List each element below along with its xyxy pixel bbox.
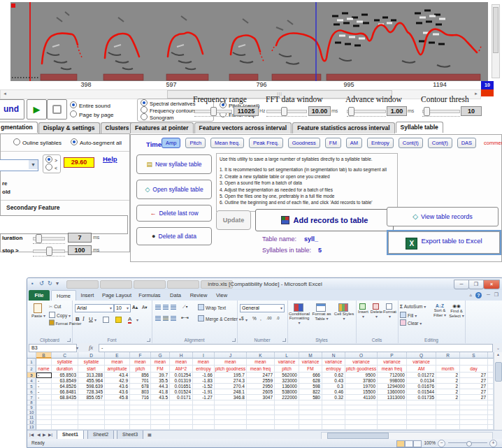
grid-cell[interactable] <box>193 425 215 430</box>
grid-cell[interactable] <box>105 420 130 425</box>
grid-cell[interactable]: 63.8549 <box>52 378 78 384</box>
conditional-formatting-button[interactable]: Conditional Formatting ▾ <box>288 303 310 325</box>
grid-cell[interactable] <box>488 415 494 420</box>
grid-cell[interactable]: 0.01254 <box>170 373 193 378</box>
slider-thumb[interactable] <box>36 234 42 243</box>
tab-view[interactable]: View <box>212 290 231 301</box>
scrollbar-thumb[interactable] <box>493 7 499 53</box>
bold-button[interactable]: B <box>76 316 80 322</box>
slider-thumb[interactable] <box>348 107 354 116</box>
row-header[interactable]: 8 <box>27 400 36 405</box>
grid-cell[interactable]: FM <box>299 366 322 373</box>
grid-cell[interactable] <box>488 389 494 395</box>
font-color-icon[interactable]: A <box>128 316 131 324</box>
grid-cell[interactable]: 0.01735 <box>407 395 436 400</box>
grid-cell[interactable]: 2 <box>436 389 460 395</box>
currency-icon[interactable]: $ <box>241 316 244 321</box>
minimize-icon[interactable]: ─ <box>454 280 469 289</box>
grid-cell[interactable] <box>170 420 193 425</box>
increase-decimal-icon[interactable]: .00 <box>266 316 272 320</box>
grid-cell[interactable]: 195.7 <box>215 373 247 378</box>
open-sound-button[interactable]: und <box>0 99 24 120</box>
grid-cell[interactable] <box>407 410 436 415</box>
view-table-records-button[interactable]: ◇View table records <box>387 207 499 226</box>
next-sheet-icon[interactable]: ▶ <box>43 432 46 437</box>
grid-cell[interactable] <box>78 420 105 425</box>
grid-cell[interactable] <box>130 410 151 415</box>
grid-cell[interactable] <box>170 405 193 410</box>
grid-cell[interactable] <box>299 415 322 420</box>
feature-button-fm[interactable]: FM <box>325 138 341 148</box>
scrollbar-thumb[interactable] <box>327 433 389 439</box>
font-size-select[interactable]: 10 ▾ <box>114 304 131 312</box>
grid-cell[interactable]: 598.639 <box>78 384 105 389</box>
grid-cell[interactable]: 3047 <box>247 395 275 400</box>
grid-cell[interactable]: mean <box>215 359 247 366</box>
grid-cell[interactable] <box>488 366 494 373</box>
grid-cell[interactable] <box>193 405 215 410</box>
scroll-right-icon[interactable]: ► <box>472 90 480 97</box>
feature-button-cont-f[interactable]: Cont(f) <box>428 138 452 148</box>
font-name-select[interactable]: Arial ▾ <box>75 304 114 312</box>
grid-cell[interactable] <box>322 405 345 410</box>
grid-cell[interactable] <box>247 415 275 420</box>
grid-cell[interactable]: name <box>36 366 52 373</box>
grid-cell[interactable] <box>488 359 494 366</box>
row-header[interactable]: 4 <box>27 378 36 384</box>
column-header[interactable] <box>488 352 494 359</box>
grid-cell[interactable]: 45.8 <box>105 395 130 400</box>
wrap-text-button[interactable]: Wrap Text <box>198 304 226 310</box>
align-right-icon[interactable] <box>171 316 176 321</box>
grid-cell[interactable] <box>299 400 322 405</box>
zoom-out-icon[interactable]: − <box>438 440 445 447</box>
name-box-dropdown-icon[interactable]: ▾ <box>76 345 78 350</box>
grid-cell[interactable] <box>36 410 52 415</box>
grid-cell[interactable] <box>215 415 247 420</box>
format-as-table-button[interactable]: Format as Table ▾ <box>310 303 333 321</box>
grid-cell[interactable]: variance <box>378 359 407 366</box>
column-header[interactable]: G <box>151 352 170 359</box>
grid-cell[interactable]: 37800 <box>345 378 378 384</box>
grid-cell[interactable] <box>151 410 170 415</box>
grid-cell[interactable] <box>322 415 345 420</box>
comma-icon[interactable]: , <box>260 316 261 321</box>
grid-cell[interactable] <box>52 410 78 415</box>
fft-window-slider[interactable] <box>266 110 307 113</box>
delete-cells-button[interactable]: Delete▾ <box>370 303 383 319</box>
grid-cell[interactable]: 65.8503 <box>52 373 78 378</box>
tab-review[interactable]: Review <box>187 290 210 301</box>
borders-icon[interactable] <box>103 317 109 323</box>
grid-cell[interactable] <box>345 405 378 410</box>
grid-cell[interactable]: duration <box>52 366 78 373</box>
column-header[interactable]: N <box>322 352 345 359</box>
grid-cell[interactable]: 0.01319 <box>170 378 193 384</box>
grid-cell[interactable] <box>275 410 299 415</box>
grid-cell[interactable] <box>275 420 299 425</box>
grid-cell[interactable] <box>36 420 52 425</box>
grow-font-icon[interactable]: A▴ <box>132 305 138 310</box>
orientation-icon[interactable]: ⟋▾ <box>182 304 188 310</box>
grid-cell[interactable] <box>247 400 275 405</box>
grid-cell[interactable]: 2477 <box>247 373 275 378</box>
slider-thumb[interactable] <box>424 107 430 116</box>
tab-segmentation[interactable]: gmentation <box>0 122 38 133</box>
grid-cell[interactable] <box>78 405 105 410</box>
column-header[interactable]: H <box>170 352 193 359</box>
grid-cell[interactable] <box>170 415 193 420</box>
grid-cell[interactable]: mean <box>151 359 170 366</box>
grid-cell[interactable] <box>407 405 436 410</box>
indent-icons[interactable]: ⇤⇥ <box>181 315 189 321</box>
paste-button[interactable]: Paste ▾ <box>29 303 48 318</box>
grid-cell[interactable]: 0.01544 <box>407 389 436 395</box>
prev-sheet-icon[interactable]: ◀ <box>37 432 41 437</box>
tab-clusters[interactable]: Clusters <box>101 122 134 133</box>
grid-cell[interactable]: amplitude <box>105 366 130 373</box>
grid-cell[interactable] <box>78 415 105 420</box>
grid-cell[interactable] <box>36 415 52 420</box>
row-header[interactable]: 7 <box>27 395 36 400</box>
grid-cell[interactable] <box>105 405 130 410</box>
grid-cell[interactable]: 136000 <box>275 384 299 389</box>
grid-cell[interactable] <box>460 425 488 430</box>
grid-cell[interactable]: mean <box>193 359 215 366</box>
grid-cell[interactable]: start <box>78 366 105 373</box>
